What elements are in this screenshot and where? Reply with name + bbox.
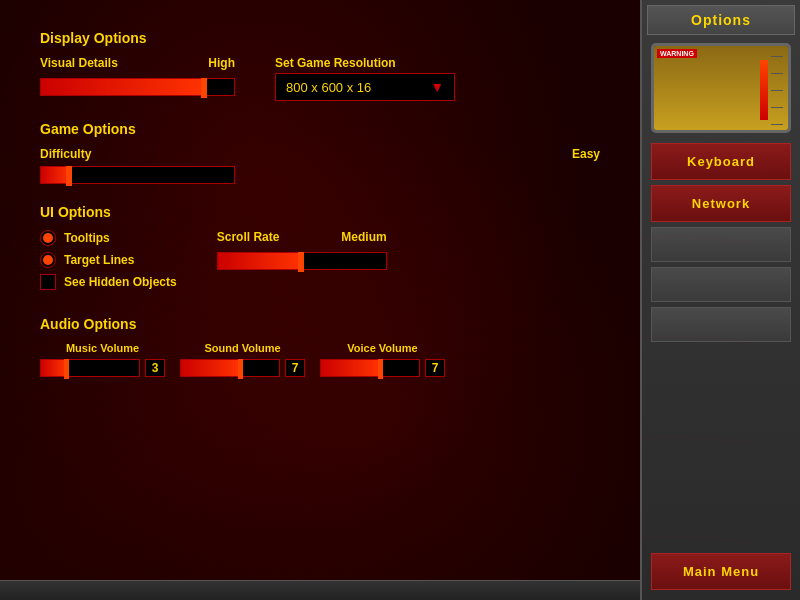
display-row: Visual Details High Set Game Resolution … <box>40 56 600 101</box>
sound-slider[interactable] <box>180 359 280 377</box>
monitor-display: WARNING <box>651 43 791 133</box>
hidden-objects-checkbox[interactable] <box>40 274 56 290</box>
resolution-col: Set Game Resolution 800 x 600 x 16 ▼ <box>275 56 455 101</box>
hidden-objects-row: See Hidden Objects <box>40 274 177 290</box>
sidebar-empty-2 <box>651 267 791 302</box>
monitor-warning-label: WARNING <box>657 49 697 58</box>
game-title: Game Options <box>40 121 600 137</box>
scroll-rate-slider[interactable] <box>217 252 387 270</box>
game-section: Game Options Difficulty Easy <box>40 121 600 184</box>
scale-line <box>771 56 783 57</box>
vd-label: Visual Details <box>40 56 140 70</box>
content-area: Display Options Visual Details High Set … <box>0 0 640 600</box>
vd-header: Visual Details High <box>40 56 235 70</box>
diff-value: Easy <box>572 147 600 161</box>
sound-value: 7 <box>285 359 305 377</box>
display-section: Display Options Visual Details High Set … <box>40 30 600 101</box>
tooltips-label: Tooltips <box>64 231 110 245</box>
res-label: Set Game Resolution <box>275 56 396 70</box>
vd-fill <box>41 79 205 95</box>
music-slider-container: 3 <box>40 359 165 377</box>
music-col: Music Volume 3 <box>40 342 165 377</box>
sound-label: Sound Volume <box>204 342 280 354</box>
diff-thumb <box>66 166 72 186</box>
music-fill <box>41 360 66 376</box>
difficulty-slider[interactable] <box>40 166 235 184</box>
visual-details-col: Visual Details High <box>40 56 235 96</box>
music-label: Music Volume <box>66 342 139 354</box>
resolution-value: 800 x 600 x 16 <box>286 80 371 95</box>
scroll-value: Medium <box>341 230 386 244</box>
scale-line <box>771 124 783 125</box>
res-header: Set Game Resolution <box>275 56 455 70</box>
voice-col: Voice Volume 7 <box>320 342 445 377</box>
music-slider[interactable] <box>40 359 140 377</box>
resolution-dropdown[interactable]: 800 x 600 x 16 ▼ <box>275 73 455 101</box>
sidebar-empty-3 <box>651 307 791 342</box>
vd-value: High <box>208 56 235 70</box>
audio-section: Audio Options Music Volume 3 Sound V <box>40 316 600 377</box>
diff-header: Difficulty Easy <box>40 147 600 161</box>
ui-title: UI Options <box>40 204 600 220</box>
sidebar: Options WARNING Keyboard Network <box>640 0 800 600</box>
scale-line <box>771 73 783 74</box>
targetlines-checkbox[interactable] <box>40 252 56 268</box>
sound-fill <box>181 360 240 376</box>
ui-scroll: Scroll Rate Medium <box>217 230 387 296</box>
main-menu-button[interactable]: Main Menu <box>651 553 791 590</box>
voice-thumb <box>378 359 383 379</box>
voice-label: Voice Volume <box>347 342 418 354</box>
scroll-fill <box>218 253 302 269</box>
voice-value: 7 <box>425 359 445 377</box>
tooltips-checkbox[interactable] <box>40 230 56 246</box>
bottom-bar <box>0 580 640 600</box>
audio-title: Audio Options <box>40 316 600 332</box>
sound-slider-container: 7 <box>180 359 305 377</box>
monitor-bar <box>760 60 768 120</box>
scale-line <box>771 107 783 108</box>
voice-fill <box>321 360 380 376</box>
monitor-scale <box>771 56 783 125</box>
scroll-thumb <box>298 252 304 272</box>
options-title: Options <box>647 5 795 35</box>
voice-slider-container: 7 <box>320 359 445 377</box>
dropdown-arrow-icon: ▼ <box>430 79 444 95</box>
sound-thumb <box>238 359 243 379</box>
vd-thumb <box>201 78 207 98</box>
voice-slider[interactable] <box>320 359 420 377</box>
sound-col: Sound Volume 7 <box>180 342 305 377</box>
monitor-screen: WARNING <box>654 46 788 130</box>
ui-grid: Tooltips Target Lines See Hidden Objects… <box>40 230 600 296</box>
keyboard-button[interactable]: Keyboard <box>651 143 791 180</box>
display-title: Display Options <box>40 30 600 46</box>
audio-grid: Music Volume 3 Sound Volume <box>40 342 600 377</box>
targetlines-label: Target Lines <box>64 253 134 267</box>
main-container: Display Options Visual Details High Set … <box>0 0 800 600</box>
scroll-header: Scroll Rate Medium <box>217 230 387 244</box>
tooltips-row: Tooltips <box>40 230 177 246</box>
targetlines-row: Target Lines <box>40 252 177 268</box>
sidebar-empty-1 <box>651 227 791 262</box>
network-button[interactable]: Network <box>651 185 791 222</box>
music-thumb <box>64 359 69 379</box>
scroll-label: Scroll Rate <box>217 230 317 244</box>
visual-details-slider[interactable] <box>40 78 235 96</box>
music-value: 3 <box>145 359 165 377</box>
ui-section: UI Options Tooltips Target Lines See Hid… <box>40 204 600 296</box>
diff-label: Difficulty <box>40 147 140 161</box>
hidden-objects-label: See Hidden Objects <box>64 275 177 289</box>
scale-line <box>771 90 783 91</box>
ui-checkboxes: Tooltips Target Lines See Hidden Objects <box>40 230 177 296</box>
